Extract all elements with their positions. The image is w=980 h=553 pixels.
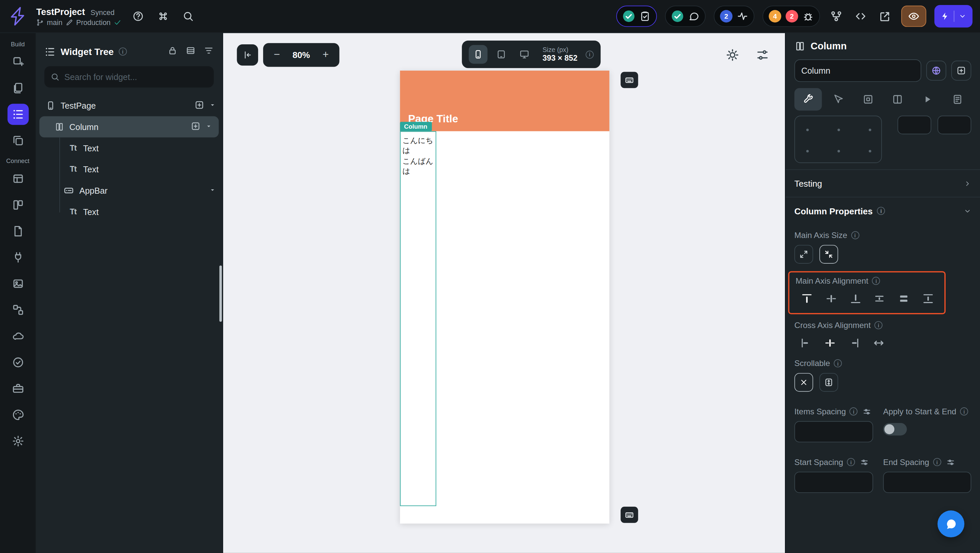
light-mode-toggle-button[interactable]: [723, 46, 742, 64]
zoom-in-button[interactable]: +: [316, 45, 336, 65]
alignment-dot[interactable]: [838, 150, 840, 153]
rail-cloud-button[interactable]: [7, 326, 29, 347]
preview-button[interactable]: [901, 6, 926, 27]
info-icon[interactable]: [119, 47, 127, 55]
panel-layout-button[interactable]: [186, 46, 196, 58]
tree-row-text-2[interactable]: Text: [36, 159, 223, 180]
rail-cms-button[interactable]: [7, 194, 29, 216]
main-align-start-button[interactable]: [795, 289, 818, 308]
text-widget-preview[interactable]: こんばんは: [401, 156, 436, 176]
alignment-dot[interactable]: [806, 129, 808, 131]
keyboard-toggle-top-button[interactable]: [620, 72, 638, 88]
scrollable-off-button[interactable]: [794, 373, 813, 392]
tree-row-text-1[interactable]: Text: [36, 137, 223, 159]
tree-row-testpage[interactable]: TestPage: [36, 95, 223, 116]
rail-widget-tree-button[interactable]: [7, 104, 29, 125]
tab-interactions[interactable]: [824, 88, 852, 110]
main-align-space-around-button[interactable]: [868, 289, 891, 308]
device-phone-button[interactable]: [469, 45, 487, 64]
info-icon[interactable]: [960, 407, 968, 415]
alignment-dot[interactable]: [869, 129, 871, 131]
tab-padding[interactable]: [854, 88, 881, 110]
apply-start-end-toggle[interactable]: [883, 423, 907, 435]
cross-align-start-button[interactable]: [794, 334, 817, 352]
lock-widgets-button[interactable]: [167, 46, 177, 58]
main-align-space-evenly-button[interactable]: [892, 289, 915, 308]
rail-database-button[interactable]: [7, 168, 29, 189]
global-properties-button[interactable]: [926, 61, 946, 81]
rail-add-widget-button[interactable]: [7, 51, 29, 73]
device-tablet-button[interactable]: [492, 45, 511, 64]
rail-toolbox-button[interactable]: [7, 378, 29, 399]
info-icon[interactable]: [874, 321, 882, 329]
branch-name[interactable]: main: [47, 18, 63, 25]
main-axis-size-min-button[interactable]: [819, 245, 838, 264]
project-health-pill[interactable]: [616, 6, 657, 27]
shortcuts-button[interactable]: [155, 8, 172, 24]
rail-pages-button[interactable]: [7, 77, 29, 99]
comments-pill[interactable]: [665, 6, 706, 27]
rail-settings-button[interactable]: [7, 430, 29, 452]
info-icon[interactable]: [850, 407, 858, 415]
rail-checks-button[interactable]: [7, 352, 29, 373]
info-icon[interactable]: [872, 276, 880, 284]
row-menu-button[interactable]: [209, 186, 216, 195]
rail-integrations-button[interactable]: [7, 247, 29, 268]
items-spacing-input[interactable]: [794, 421, 873, 442]
info-icon[interactable]: [847, 458, 855, 466]
end-spacing-input[interactable]: [883, 472, 971, 493]
keyboard-toggle-bottom-button[interactable]: [620, 507, 638, 523]
add-child-widget-button[interactable]: [191, 121, 201, 133]
rail-files-button[interactable]: [7, 221, 29, 242]
tab-documentation[interactable]: [943, 88, 971, 110]
text-widget-preview[interactable]: こんにちは: [401, 132, 436, 155]
rail-media-button[interactable]: [7, 273, 29, 294]
adjust-icon[interactable]: [860, 458, 869, 466]
info-icon[interactable]: [834, 359, 842, 367]
tab-animations[interactable]: [914, 88, 941, 110]
row-menu-button[interactable]: [209, 101, 216, 110]
widget-search-input[interactable]: [64, 72, 207, 81]
scrollbar-thumb[interactable]: [220, 266, 222, 322]
cross-align-center-button[interactable]: [819, 334, 841, 352]
tree-options-button[interactable]: [204, 46, 214, 58]
tree-row-appbar[interactable]: AppBar: [36, 180, 223, 201]
info-icon[interactable]: [851, 231, 859, 239]
tree-row-text-3[interactable]: Text: [36, 201, 223, 222]
rail-automations-button[interactable]: [7, 299, 29, 321]
tab-properties[interactable]: [794, 88, 822, 110]
widget-name-input[interactable]: [794, 59, 921, 82]
flutterflow-logo-icon[interactable]: [6, 6, 28, 27]
main-axis-size-max-button[interactable]: [794, 245, 813, 264]
column-selection-overlay[interactable]: Column こんにちは こんばんは: [400, 131, 436, 506]
main-align-space-between-button[interactable]: [917, 289, 939, 308]
run-app-button[interactable]: [934, 5, 972, 27]
row-menu-button[interactable]: [205, 122, 212, 131]
main-align-center-button[interactable]: [820, 289, 842, 308]
testing-section-toggle[interactable]: Testing: [786, 169, 980, 197]
tab-layout[interactable]: [884, 88, 911, 110]
phone-preview[interactable]: Page Title Column こんにちは こんばんは: [400, 71, 609, 524]
environment-name[interactable]: Production: [76, 18, 111, 25]
alignment-dot[interactable]: [838, 129, 840, 131]
rail-components-button[interactable]: [7, 130, 29, 151]
main-align-end-button[interactable]: [844, 289, 867, 308]
alignment-dot[interactable]: [869, 150, 871, 153]
info-icon[interactable]: [585, 50, 593, 58]
adjust-icon[interactable]: [946, 458, 955, 466]
selection-badge[interactable]: Column: [400, 122, 432, 131]
canvas-area[interactable]: − 80% + Size (px) 393 × 852: [223, 33, 785, 553]
cross-align-end-button[interactable]: [843, 334, 865, 352]
rail-theme-button[interactable]: [7, 404, 29, 426]
collapse-panel-button[interactable]: [237, 44, 258, 66]
column-properties-toggle[interactable]: Column Properties: [786, 197, 980, 224]
cross-align-stretch-button[interactable]: [868, 334, 890, 352]
code-view-button[interactable]: [853, 8, 869, 24]
edit-environment-icon[interactable]: [66, 18, 73, 25]
canvas-options-button[interactable]: [753, 46, 772, 64]
branching-button[interactable]: [828, 8, 845, 24]
tree-row-column-selected[interactable]: Column: [39, 116, 219, 138]
alignment-dot[interactable]: [806, 150, 808, 153]
info-icon[interactable]: [933, 458, 941, 466]
page-body-preview[interactable]: Column こんにちは こんばんは: [400, 131, 609, 524]
